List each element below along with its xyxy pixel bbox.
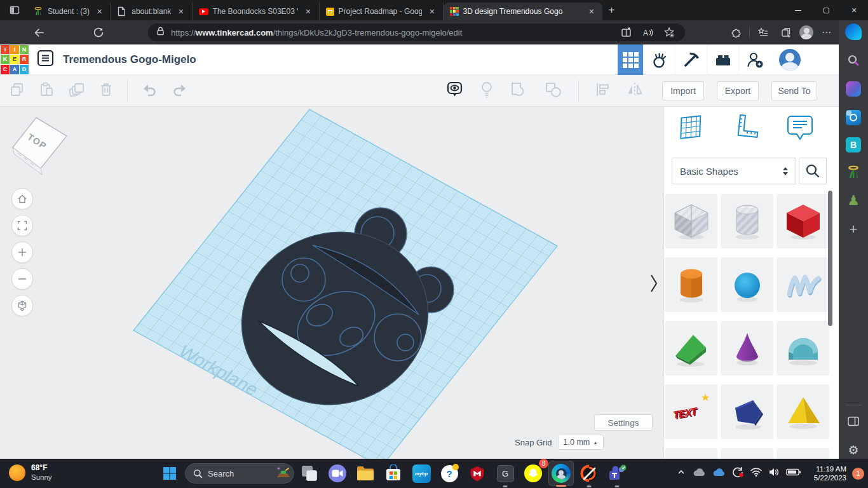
shape-category-select[interactable]: Basic Shapes [672,158,796,184]
mcafee-icon[interactable] [465,461,490,486]
student-portal-icon[interactable] [844,163,862,181]
lock-icon[interactable] [156,26,165,39]
browser-tab[interactable]: The Boondocks S03E03 Vostfr ✕ [193,3,320,20]
hidden-icons-chevron[interactable] [676,467,686,480]
notes-tool-icon[interactable] [786,113,814,145]
refresh-icon[interactable] [89,23,108,42]
volume-icon[interactable] [768,467,780,480]
favorites-bar-icon[interactable] [754,23,773,42]
edge-taskbar-icon[interactable] [548,461,574,486]
copy-icon[interactable] [9,81,25,100]
back-icon[interactable] [29,23,48,42]
tab-close-button[interactable]: ✕ [426,6,437,17]
new-tab-button[interactable]: + [609,4,615,17]
split-screen-icon[interactable] [616,23,635,42]
align-icon[interactable] [594,81,611,100]
bakalari-icon[interactable]: B [846,137,861,152]
fit-view-button[interactable] [11,215,33,236]
window-minimize-button[interactable] [784,0,812,20]
ungroup-icon[interactable] [544,81,563,101]
zoom-in-button[interactable] [11,241,33,263]
snapchat-icon[interactable]: 8 [520,461,546,486]
start-button[interactable] [157,461,182,486]
tab-close-button[interactable]: ✕ [175,6,186,17]
shape-card[interactable] [665,448,717,459]
home-view-button[interactable] [11,188,33,210]
microsoft-365-icon[interactable] [844,80,862,98]
paste-icon[interactable] [38,81,55,100]
brick-icon[interactable] [707,44,738,75]
notification-badge[interactable]: 1 [852,468,864,480]
clock[interactable]: 11:19 AM 5/22/2023 [807,464,846,482]
taskbar-search[interactable]: Search ✦ [185,463,294,484]
snap-grid-dropdown[interactable]: 1.0 mm▲ [558,435,604,450]
shape-cylinder[interactable] [665,257,717,312]
light-bulb-icon[interactable] [479,81,494,101]
outlook-icon[interactable] [844,109,862,126]
shape-cone[interactable] [721,321,773,376]
shape-search-button[interactable] [799,158,827,184]
shape-polygon[interactable] [721,384,773,439]
browser-profile-avatar[interactable] [799,25,813,39]
add-favorite-icon[interactable] [660,23,679,42]
panel-collapse-chevron[interactable] [649,273,658,296]
shape-box-hole[interactable] [665,194,717,248]
onedrive-personal-icon[interactable] [692,467,706,480]
file-explorer-icon[interactable] [353,461,378,486]
tab-close-button[interactable]: ✕ [586,6,597,17]
battery-icon[interactable] [786,468,801,479]
redo-icon[interactable] [171,82,189,100]
shape-card[interactable] [776,448,829,459]
undo-icon[interactable] [140,82,158,100]
g-app-icon[interactable]: G [492,461,518,486]
shape-round-roof[interactable] [776,321,829,376]
weather-widget[interactable]: 68°F Sunny [9,463,52,482]
shape-cylinder-hole[interactable] [721,194,773,248]
sim-lab-icon[interactable] [643,44,675,75]
opera-gx-icon[interactable] [576,461,602,486]
design-title[interactable]: Tremendous Gogo-Migelo [63,53,196,66]
panel-scrollbar[interactable] [828,191,832,326]
chess-icon[interactable]: ♟ [844,192,862,210]
design-menu-icon[interactable] [37,50,54,69]
shape-roof[interactable] [665,321,717,376]
hp-support-icon[interactable]: ? [437,461,462,486]
browser-tab[interactable]: about:blank ✕ [111,3,192,20]
group-icon[interactable] [510,81,529,101]
shape-card[interactable] [721,448,773,459]
read-aloud-icon[interactable]: A [638,23,657,42]
shape-scribble[interactable] [776,257,829,312]
invite-icon[interactable] [738,44,770,75]
visibility-icon[interactable] [446,81,464,101]
send-to-button[interactable]: Send To [771,81,817,100]
minecraft-pickaxe-icon[interactable] [675,44,707,75]
collections-icon[interactable] [776,23,796,42]
tab-close-button[interactable]: ✕ [94,6,105,17]
mirror-icon[interactable] [626,81,644,100]
browser-settings-more-icon[interactable]: ⋯ [817,23,836,42]
tab-close-button[interactable]: ✕ [302,6,313,17]
teams-icon[interactable] [604,461,630,486]
view-cube[interactable]: TOP [13,118,67,175]
workplane-tool-icon[interactable] [677,113,706,145]
duplicate-icon[interactable] [67,81,85,100]
import-button[interactable]: Import [662,81,704,100]
myhp-icon[interactable]: myhp [409,461,434,486]
shape-box[interactable] [776,194,829,248]
sidebar-panel-icon[interactable] [844,412,862,430]
zoom-out-button[interactable] [11,268,33,290]
browser-tab[interactable]: Student : (3) ✕ [27,3,111,20]
url-text[interactable]: https://www.tinkercad.com/things/kDkUs2k… [171,28,611,37]
sidebar-settings-icon[interactable]: ⚙ [844,441,862,459]
window-close-button[interactable]: ✕ [840,0,868,20]
browser-tab-active[interactable]: 3D design Tremendous Gogo ✕ [444,3,602,20]
viewport-3d[interactable]: Workplane [0,107,663,459]
window-maximize-button[interactable] [812,0,840,20]
extensions-icon[interactable] [726,23,745,42]
copilot-icon[interactable] [844,23,862,41]
account-avatar[interactable] [770,44,810,75]
delete-icon[interactable] [98,81,114,100]
shape-text[interactable]: ★ TEXT TEXT [665,384,717,439]
address-bar[interactable]: https://www.tinkercad.com/things/kDkUs2k… [148,24,685,41]
shape-pyramid[interactable] [776,384,829,439]
